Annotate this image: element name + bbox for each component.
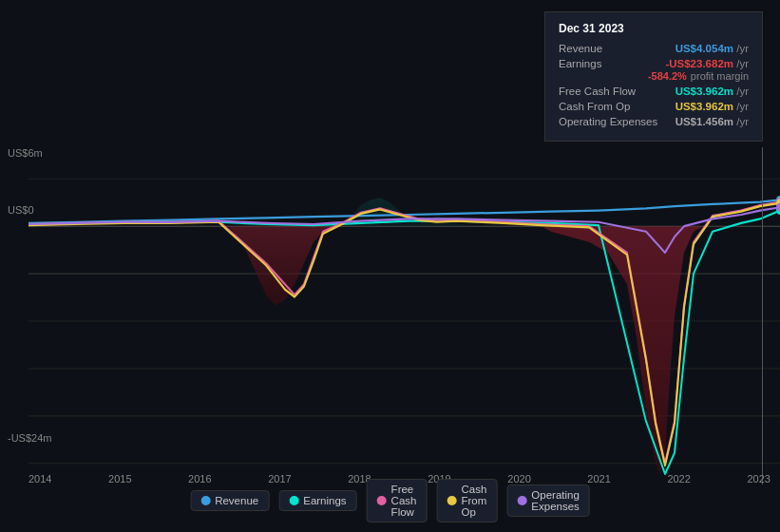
legend-label-earnings: Earnings: [303, 495, 346, 506]
x-label-2015: 2015: [108, 473, 131, 484]
legend-item-fcf[interactable]: Free Cash Flow: [367, 479, 428, 522]
tooltip: Dec 31 2023 Revenue US$4.054m /yr Earnin…: [544, 11, 763, 142]
legend-label-fcf: Free Cash Flow: [391, 484, 417, 518]
tooltip-row-earnings: Earnings -US$23.682m /yr: [559, 58, 749, 69]
legend-label-opex: Operating Expenses: [531, 489, 580, 512]
highlight-line: [762, 147, 763, 484]
legend-item-earnings[interactable]: Earnings: [278, 490, 356, 511]
x-label-2022: 2022: [667, 473, 690, 484]
x-label-2021: 2021: [587, 473, 610, 484]
legend-dot-cashfromop: [447, 496, 456, 505]
x-label-2023: 2023: [747, 473, 770, 484]
tooltip-row-revenue: Revenue US$4.054m /yr: [559, 43, 749, 54]
tooltip-value-cashfromop: US$3.962m /yr: [675, 101, 749, 112]
legend-dot-earnings: [289, 496, 298, 505]
legend-label-revenue: Revenue: [215, 495, 258, 506]
tooltip-row-fcf: Free Cash Flow US$3.962m /yr: [559, 86, 749, 97]
legend-dot-revenue: [200, 496, 210, 505]
tooltip-profit-margin: -584.2%profit margin: [559, 70, 749, 82]
tooltip-value-revenue: US$4.054m /yr: [675, 43, 749, 54]
legend-dot-opex: [517, 496, 526, 505]
tooltip-label-revenue: Revenue: [559, 43, 602, 54]
tooltip-label-fcf: Free Cash Flow: [559, 86, 636, 97]
legend-item-revenue[interactable]: Revenue: [190, 490, 269, 511]
tooltip-label-earnings: Earnings: [559, 58, 601, 69]
chart-area: [0, 147, 780, 484]
tooltip-value-fcf: US$3.962m /yr: [675, 86, 749, 97]
legend-item-opex[interactable]: Operating Expenses: [506, 484, 590, 517]
tooltip-row-cashfromop: Cash From Op US$3.962m /yr: [559, 101, 749, 112]
tooltip-date: Dec 31 2023: [559, 22, 749, 35]
legend-item-cashfromop[interactable]: Cash From Op: [436, 479, 497, 522]
tooltip-label-opex: Operating Expenses: [559, 116, 657, 127]
tooltip-label-cashfromop: Cash From Op: [559, 101, 630, 112]
legend-label-cashfromop: Cash From Op: [461, 484, 486, 518]
tooltip-row-opex: Operating Expenses US$1.456m /yr: [559, 116, 749, 127]
tooltip-value-opex: US$1.456m /yr: [675, 116, 749, 127]
chart-container: Dec 31 2023 Revenue US$4.054m /yr Earnin…: [0, 0, 780, 532]
chart-legend: Revenue Earnings Free Cash Flow Cash Fro…: [190, 479, 590, 522]
legend-dot-fcf: [377, 496, 387, 505]
tooltip-value-earnings: -US$23.682m /yr: [665, 58, 749, 69]
x-label-2014: 2014: [29, 473, 51, 484]
